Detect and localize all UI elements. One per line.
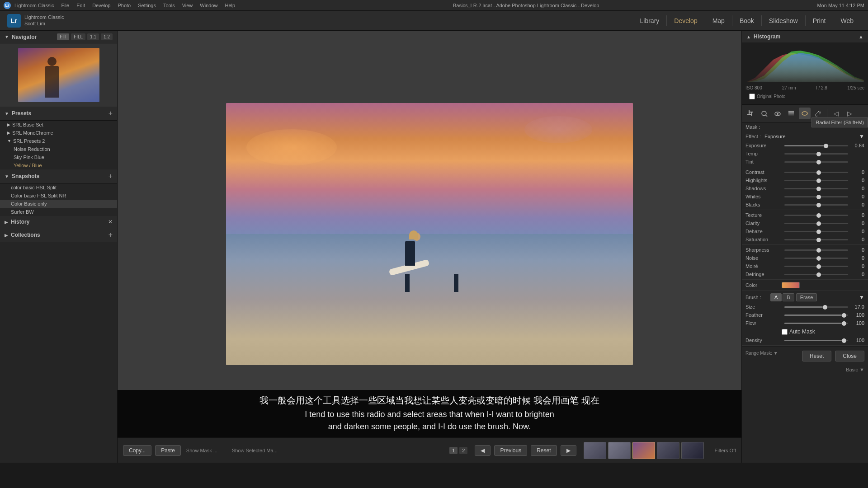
auto-mask-checkbox[interactable] — [782, 329, 788, 335]
preset-sub-1[interactable]: Sky Pink Blue — [0, 153, 117, 161]
brush-size-slider[interactable] — [784, 306, 848, 308]
menu-develop[interactable]: Develop — [92, 3, 110, 8]
page-2[interactable]: 2 — [459, 447, 467, 454]
previous-button[interactable]: Previous — [494, 445, 527, 456]
nav-slideshow[interactable]: Slideshow — [762, 15, 806, 26]
tool-separator-1 — [827, 109, 827, 118]
moire-slider[interactable] — [784, 266, 848, 267]
snapshot-3[interactable]: Surfer BW — [0, 208, 117, 216]
snapshot-2[interactable]: Color Basic only — [0, 200, 117, 208]
snapshot-1[interactable]: Color basic HSL Split NR — [0, 192, 117, 200]
nav-fit-btn[interactable]: FIT — [57, 33, 69, 40]
menu-settings[interactable]: Settings — [138, 3, 156, 8]
histogram-expand[interactable]: ▲ — [859, 34, 863, 39]
show-selected-label[interactable]: Show Selected Ma... — [232, 448, 278, 453]
preset-group-1[interactable]: ▶ SRL MonoChrome — [0, 129, 117, 137]
preset-sub-0[interactable]: Noise Reduction — [0, 145, 117, 153]
menu-help[interactable]: Help — [225, 3, 235, 8]
nav-develop[interactable]: Develop — [667, 15, 705, 26]
nav-book[interactable]: Book — [732, 15, 762, 26]
brush-feather-slider[interactable] — [784, 314, 848, 316]
brush-a-btn[interactable]: A — [770, 293, 782, 301]
clarity-slider[interactable] — [784, 223, 848, 224]
reset-button[interactable]: Reset — [531, 445, 557, 456]
menu-lightroom[interactable]: Lightroom Classic — [14, 3, 54, 8]
navigator-thumbnail[interactable] — [0, 43, 117, 107]
navigator-header[interactable]: ▼ Navigator FIT FILL 1:1 1:2 — [0, 31, 117, 43]
original-photo-checkbox[interactable] — [749, 94, 755, 99]
gradient-filter-btn[interactable] — [785, 108, 797, 119]
paste-button[interactable]: Paste — [155, 445, 181, 456]
defringe-slider[interactable] — [784, 274, 848, 275]
history-header[interactable]: ▶ History ✕ — [0, 216, 117, 228]
reset-btn[interactable]: Reset — [802, 351, 831, 361]
nav-1to1-btn[interactable]: 1:1 — [87, 33, 99, 40]
show-mask-label[interactable]: Show Mask ... — [186, 448, 217, 453]
sharpness-slider[interactable] — [784, 249, 848, 251]
nav-print[interactable]: Print — [806, 15, 834, 26]
temp-slider[interactable] — [784, 153, 848, 155]
brush-erase-btn[interactable]: Erase — [796, 293, 817, 301]
menu-file[interactable]: File — [61, 3, 69, 8]
snapshot-0[interactable]: color basic HSL Split — [0, 183, 117, 192]
preset-group-2[interactable]: ▼ SRL Presets 2 — [0, 137, 117, 145]
menu-bar[interactable]: Lightroom Classic File Edit Develop Phot… — [14, 3, 235, 8]
history-section: ▶ History ✕ — [0, 216, 117, 228]
film-thumb-4[interactable] — [657, 442, 679, 459]
highlights-slider[interactable] — [784, 180, 848, 181]
color-swatch[interactable] — [782, 282, 800, 288]
collections-header[interactable]: ▶ Collections + — [0, 228, 117, 242]
shadows-slider[interactable] — [784, 188, 848, 189]
spot-removal-btn[interactable] — [758, 108, 770, 119]
tint-slider[interactable] — [784, 161, 848, 163]
nav-web[interactable]: Web — [833, 15, 861, 26]
filters-off-label[interactable]: Filters Off — [715, 448, 736, 453]
snapshots-add-btn[interactable]: + — [108, 172, 113, 180]
menu-window[interactable]: Window — [200, 3, 217, 8]
preset-sub-2[interactable]: Yellow / Blue — [0, 161, 117, 169]
effect-dropdown-arrow[interactable]: ▼ — [859, 133, 864, 140]
film-thumb-2[interactable] — [608, 442, 631, 459]
menu-photo[interactable]: Photo — [118, 3, 131, 8]
snapshots-header[interactable]: ▼ Snapshots + — [0, 169, 117, 183]
saturation-slider[interactable] — [784, 239, 848, 240]
film-thumb-5[interactable] — [681, 442, 704, 459]
film-thumb-1[interactable] — [584, 442, 606, 459]
preset-group-0[interactable]: ▶ SRL Base Set — [0, 121, 117, 129]
contrast-slider[interactable] — [784, 172, 848, 173]
brush-flow-slider[interactable] — [784, 323, 848, 324]
brush-b-btn[interactable]: B — [783, 293, 794, 301]
crop-tool-btn[interactable] — [745, 108, 756, 119]
close-btn[interactable]: Close — [835, 351, 864, 361]
menu-tools[interactable]: Tools — [163, 3, 175, 8]
brush-density-slider[interactable] — [784, 340, 848, 341]
menu-view[interactable]: View — [182, 3, 193, 8]
module-nav: Library Develop Map Book Slideshow Print… — [633, 15, 861, 26]
blacks-slider[interactable] — [784, 204, 848, 206]
red-eye-btn[interactable] — [772, 108, 783, 119]
texture-slider[interactable] — [784, 215, 848, 216]
collections-add-btn[interactable]: + — [108, 231, 113, 239]
page-1[interactable]: 1 — [449, 447, 458, 454]
noise-slider[interactable] — [784, 258, 848, 259]
film-thumb-3[interactable] — [632, 442, 655, 459]
nav-map[interactable]: Map — [705, 15, 732, 26]
nav-library[interactable]: Library — [633, 15, 667, 26]
dehaze-slider[interactable] — [784, 231, 848, 232]
nav-fill-btn[interactable]: FILL — [71, 33, 85, 40]
histogram-header[interactable]: ▲ Histogram ▲ — [742, 31, 868, 42]
presets-header[interactable]: ▼ Presets + — [0, 107, 117, 121]
basic-dropdown[interactable]: ▼ — [859, 367, 864, 372]
menu-edit[interactable]: Edit — [76, 3, 85, 8]
exposure-slider[interactable] — [784, 145, 848, 146]
copy-button[interactable]: Copy... — [123, 445, 151, 456]
nav-arrows-right[interactable]: ▶ — [561, 445, 576, 456]
snapshots-arrow: ▼ — [5, 174, 9, 179]
brush-dropdown-arrow[interactable]: ▼ — [859, 294, 864, 300]
history-close[interactable]: ✕ — [108, 219, 113, 225]
radial-filter-btn[interactable] — [799, 108, 811, 119]
whites-slider[interactable] — [784, 196, 848, 197]
nav-zoom-btn[interactable]: 1:2 — [101, 33, 113, 40]
nav-arrows-left[interactable]: ◀ — [475, 445, 491, 456]
presets-add-btn[interactable]: + — [108, 109, 113, 117]
